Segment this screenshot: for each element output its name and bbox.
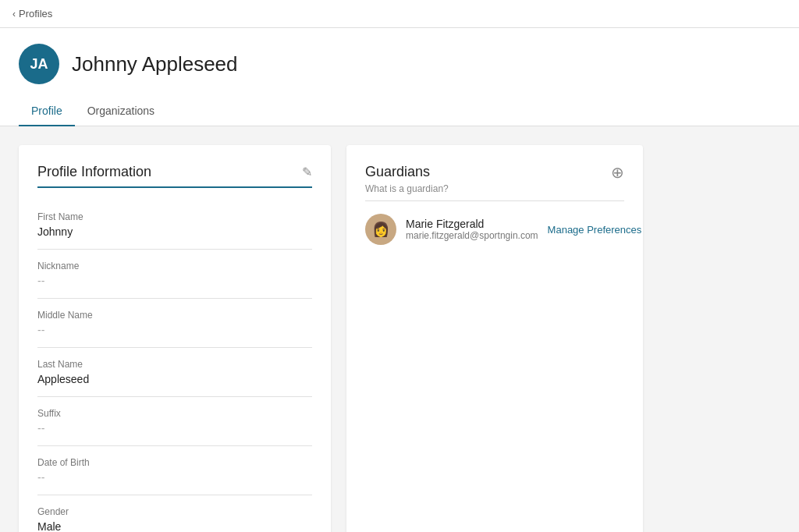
top-nav: ‹ Profiles	[0, 0, 799, 28]
field-label: Middle Name	[37, 310, 312, 321]
field-label: Nickname	[37, 261, 312, 271]
field-value: --	[37, 275, 312, 287]
tabs: Profile Organizations	[19, 97, 780, 126]
tab-organizations[interactable]: Organizations	[75, 97, 167, 126]
guardian-name: Marie Fitzgerald	[406, 218, 538, 230]
card-divider	[37, 186, 312, 188]
guardian-avatar: 👩	[365, 214, 396, 245]
guardians-card: Guardians ⊕ What is a guardian? 👩 Marie …	[346, 145, 643, 532]
guardians-title: Guardians	[365, 164, 430, 180]
profile-header: JA Johnny Appleseed	[19, 44, 780, 84]
guardian-avatar-icon: 👩	[372, 221, 389, 238]
card-header: Profile Information ✎	[37, 164, 312, 180]
field-group: GenderMale	[37, 495, 312, 532]
field-group: Nickname--	[37, 250, 312, 299]
profile-info-card: Profile Information ✎ First NameJohnnyNi…	[19, 145, 331, 532]
back-chevron-icon: ‹	[12, 9, 16, 20]
guardian-divider	[365, 200, 624, 201]
field-label: Last Name	[37, 359, 312, 370]
guardian-email: marie.fitzgerald@sportngin.com	[406, 230, 538, 241]
field-group: Date of Birth--	[37, 446, 312, 495]
manage-preferences-link[interactable]: Manage Preferences	[548, 224, 642, 236]
guardians-header: Guardians ⊕	[365, 164, 624, 180]
guardian-subtitle[interactable]: What is a guardian?	[365, 183, 624, 194]
main-content: Profile Information ✎ First NameJohnnyNi…	[0, 126, 799, 532]
back-link[interactable]: ‹ Profiles	[12, 8, 52, 20]
avatar-initials: JA	[30, 56, 48, 73]
field-value: Appleseed	[37, 373, 312, 385]
profile-name: Johnny Appleseed	[72, 52, 238, 76]
card-title: Profile Information	[37, 164, 151, 180]
header-area: JA Johnny Appleseed Profile Organization…	[0, 28, 799, 126]
guardian-info: Marie Fitzgerald marie.fitzgerald@sportn…	[406, 218, 538, 241]
guardian-item: 👩 Marie Fitzgerald marie.fitzgerald@spor…	[365, 214, 624, 245]
tab-profile[interactable]: Profile	[19, 97, 75, 126]
field-value: --	[37, 471, 312, 484]
field-label: First Name	[37, 211, 312, 222]
field-value: --	[37, 324, 312, 336]
field-value: Male	[37, 520, 312, 532]
field-value: Johnny	[37, 225, 312, 238]
field-group: Middle Name--	[37, 299, 312, 348]
add-guardian-button[interactable]: ⊕	[611, 165, 624, 180]
field-label: Suffix	[37, 408, 312, 419]
back-label: Profiles	[19, 8, 52, 20]
field-group: Suffix--	[37, 397, 312, 446]
edit-icon[interactable]: ✎	[302, 165, 312, 179]
avatar: JA	[19, 44, 59, 84]
field-label: Date of Birth	[37, 457, 312, 468]
field-value: --	[37, 422, 312, 434]
field-label: Gender	[37, 506, 312, 517]
fields-container: First NameJohnnyNickname--Middle Name--L…	[37, 200, 312, 532]
field-group: Last NameAppleseed	[37, 348, 312, 397]
field-group: First NameJohnny	[37, 200, 312, 250]
